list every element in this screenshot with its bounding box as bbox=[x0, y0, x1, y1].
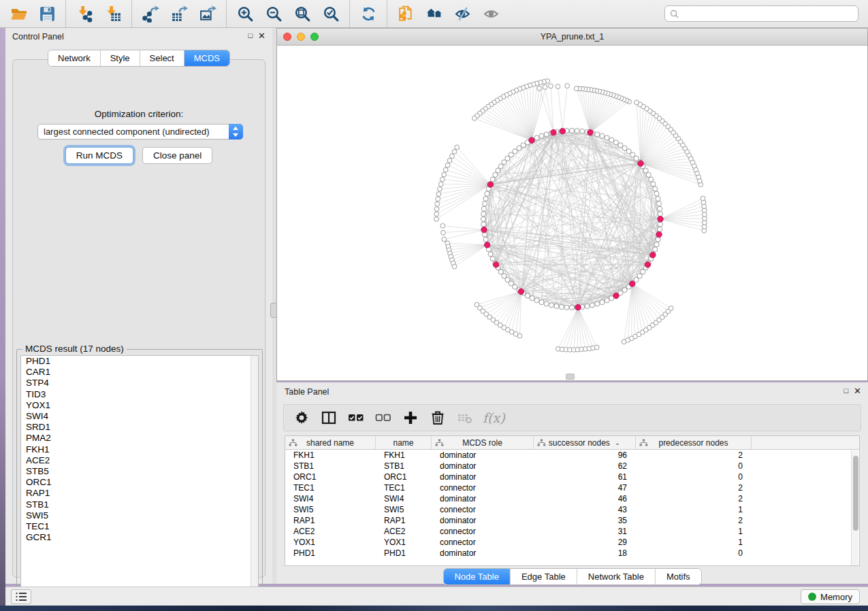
houses-button[interactable] bbox=[420, 1, 449, 26]
open-folder-button[interactable] bbox=[4, 1, 33, 26]
column-header-predecessor-nodes[interactable]: predecessor nodes bbox=[636, 436, 752, 449]
minimize-window-icon[interactable] bbox=[297, 33, 305, 41]
gear-button[interactable] bbox=[293, 410, 310, 426]
memory-button[interactable]: Memory bbox=[801, 589, 860, 604]
tab-select[interactable]: Select bbox=[140, 50, 184, 66]
mcds-result-list[interactable]: PHD1CAR1STP4TID3YOX1SWI4SRD1PMA2FKH1ACE2… bbox=[20, 355, 259, 595]
horizontal-splitter-handle[interactable] bbox=[566, 374, 575, 380]
close-panel-button[interactable]: Close panel bbox=[142, 147, 212, 164]
table-scrollbar-thumb[interactable] bbox=[853, 456, 858, 531]
mcds-result-item[interactable]: RAP1 bbox=[21, 488, 258, 499]
network-window-titlebar[interactable]: YPA_prune.txt_1 bbox=[277, 29, 867, 46]
table-cell: 1 bbox=[636, 527, 752, 536]
mcds-result-item[interactable]: FKH1 bbox=[21, 444, 258, 455]
table-row[interactable]: ORC1ORC1dominator610 bbox=[285, 472, 859, 482]
column-header-shared-name[interactable]: shared name bbox=[285, 436, 376, 449]
mcds-result-item[interactable]: SRD1 bbox=[21, 422, 258, 433]
table-row[interactable]: PHD1PHD1dominator180 bbox=[285, 548, 859, 559]
refresh-layout-button[interactable] bbox=[354, 1, 383, 26]
export-network-button[interactable] bbox=[136, 1, 165, 26]
function-builder-icon[interactable]: f(x) bbox=[483, 410, 505, 425]
split-pane-button[interactable] bbox=[321, 410, 337, 426]
table-cell: dominator bbox=[432, 461, 534, 471]
shared-column-icon bbox=[537, 439, 546, 447]
node-table[interactable]: shared namenameMCDS rolesuccessor nodes⌄… bbox=[285, 435, 860, 566]
table-cell: SWI5 bbox=[285, 505, 376, 514]
optimization-criterion-select[interactable]: largest connected component (undirected) bbox=[37, 124, 243, 139]
zoom-in-button[interactable] bbox=[231, 1, 259, 26]
mcds-result-item[interactable]: SWI5 bbox=[21, 510, 258, 521]
checked-boxes-button[interactable] bbox=[348, 410, 364, 426]
zoom-selected-button[interactable] bbox=[317, 1, 345, 26]
tab-network[interactable]: Network bbox=[48, 50, 101, 66]
tab-motifs[interactable]: Motifs bbox=[656, 569, 701, 584]
zoom-out-button[interactable] bbox=[259, 1, 288, 26]
column-header-successor-nodes[interactable]: successor nodes⌄ bbox=[534, 436, 636, 449]
export-table-button[interactable] bbox=[165, 1, 193, 26]
tab-network-table[interactable]: Network Table bbox=[577, 569, 656, 584]
table-row[interactable]: YOX1YOX1connector291 bbox=[285, 537, 859, 548]
result-list-scrollbar[interactable] bbox=[251, 356, 258, 595]
trash-button[interactable] bbox=[430, 410, 446, 426]
search-icon bbox=[670, 10, 679, 18]
mcds-result-item[interactable]: PHD1 bbox=[21, 356, 258, 367]
table-cell: connector bbox=[432, 483, 534, 493]
mcds-result-item[interactable]: ACE2 bbox=[21, 455, 258, 466]
table-row[interactable]: TEC1TEC1connector472 bbox=[285, 482, 859, 493]
table-row[interactable]: RAP1RAP1dominator352 bbox=[285, 515, 859, 526]
tab-edge-table[interactable]: Edge Table bbox=[511, 569, 577, 584]
import-network-button[interactable] bbox=[70, 1, 99, 26]
mcds-result-group: MCDS result (17 nodes) PHD1CAR1STP4TID3Y… bbox=[16, 349, 263, 599]
float-panel-icon[interactable]: □ bbox=[248, 32, 253, 39]
mcds-result-item[interactable]: ORC1 bbox=[21, 477, 258, 488]
mcds-result-item[interactable]: TEC1 bbox=[21, 521, 258, 532]
export-image-button[interactable] bbox=[193, 1, 222, 26]
mcds-result-item[interactable]: YOX1 bbox=[21, 400, 258, 411]
plus-icon bbox=[402, 410, 419, 426]
delete-table-button[interactable] bbox=[457, 410, 473, 426]
search-input[interactable] bbox=[682, 9, 853, 19]
table-row[interactable]: ACE2ACE2connector311 bbox=[285, 526, 859, 537]
table-cell: YOX1 bbox=[285, 538, 376, 547]
table-row[interactable]: STB1STB1dominator620 bbox=[285, 461, 859, 472]
tab-style[interactable]: Style bbox=[101, 50, 140, 66]
column-header-name[interactable]: name bbox=[376, 436, 432, 449]
plus-button[interactable] bbox=[402, 410, 419, 426]
table-scrollbar[interactable] bbox=[851, 450, 858, 566]
table-cell: dominator bbox=[432, 516, 534, 525]
column-header-MCDS-role[interactable]: MCDS role bbox=[432, 436, 534, 449]
table-cell: 2 bbox=[636, 450, 752, 460]
new-network-document-button[interactable] bbox=[391, 1, 420, 26]
table-row[interactable]: SWI4SWI4dominator462 bbox=[285, 493, 859, 504]
mcds-result-item[interactable]: STB1 bbox=[21, 499, 258, 510]
float-table-panel-icon[interactable]: □ bbox=[843, 387, 848, 395]
close-table-panel-icon[interactable]: ✕ bbox=[854, 386, 861, 395]
run-mcds-button[interactable]: Run MCDS bbox=[65, 147, 133, 164]
import-table-button[interactable] bbox=[99, 1, 127, 26]
table-cell: STB1 bbox=[376, 461, 432, 471]
task-history-button[interactable] bbox=[11, 589, 31, 604]
close-window-icon[interactable] bbox=[283, 33, 291, 41]
mcds-result-item[interactable]: STP4 bbox=[21, 378, 258, 389]
zoom-fit-button[interactable] bbox=[288, 1, 317, 26]
mcds-result-item[interactable]: TID3 bbox=[21, 389, 258, 400]
table-row[interactable]: FKH1FKH1dominator962 bbox=[285, 450, 859, 461]
save-session-button[interactable] bbox=[33, 1, 61, 26]
refresh-layout-icon bbox=[360, 5, 377, 22]
mcds-result-item[interactable]: CAR1 bbox=[21, 367, 258, 378]
mcds-result-item[interactable]: PMA2 bbox=[21, 433, 258, 444]
mcds-result-item[interactable]: STB5 bbox=[21, 466, 258, 477]
network-canvas[interactable] bbox=[277, 46, 867, 380]
search-field[interactable] bbox=[664, 5, 858, 22]
unchecked-boxes-button[interactable] bbox=[375, 410, 391, 426]
tab-node-table[interactable]: Node Table bbox=[443, 569, 511, 584]
gear-icon bbox=[293, 410, 310, 426]
mcds-result-item[interactable]: SWI4 bbox=[21, 411, 258, 422]
table-row[interactable]: SWI5SWI5connector431 bbox=[285, 504, 859, 515]
mcds-result-item[interactable]: GCR1 bbox=[21, 532, 258, 543]
close-panel-icon[interactable]: ✕ bbox=[258, 31, 266, 40]
maximize-window-icon[interactable] bbox=[310, 33, 319, 41]
hide-eye-button[interactable] bbox=[449, 1, 477, 26]
eye-button[interactable] bbox=[477, 1, 506, 26]
tab-mcds[interactable]: MCDS bbox=[184, 50, 229, 66]
